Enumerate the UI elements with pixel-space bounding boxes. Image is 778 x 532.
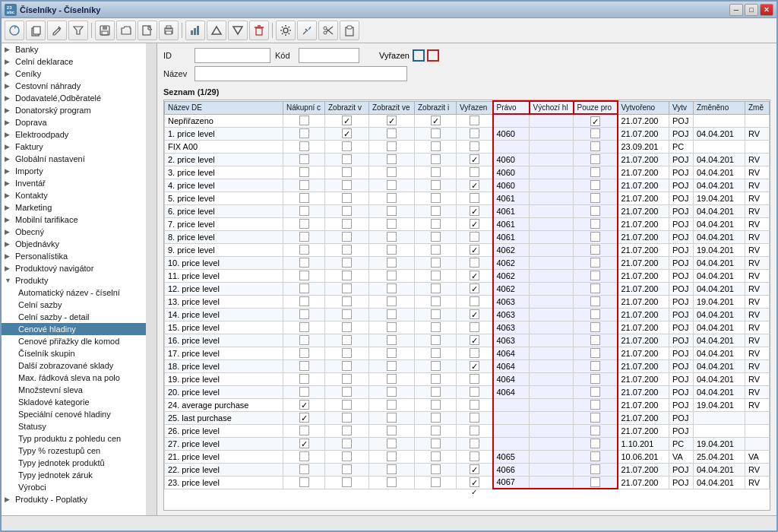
sidebar-item-16[interactable]: ▶Objednávky	[2, 238, 146, 250]
table-row[interactable]: 26. price level21.07.200POJ	[165, 424, 770, 437]
checkbox[interactable]	[431, 400, 441, 410]
checkbox[interactable]: ✓	[342, 116, 352, 125]
id-input[interactable]	[194, 48, 270, 63]
checkbox[interactable]: ✓	[342, 128, 352, 138]
toolbar-down-btn[interactable]	[228, 21, 248, 40]
checkbox[interactable]	[342, 296, 352, 306]
checkbox[interactable]	[590, 387, 600, 397]
checkbox[interactable]: ✓	[431, 116, 441, 125]
checkbox[interactable]	[342, 374, 352, 384]
checkbox[interactable]	[590, 296, 600, 306]
sidebar-item-4[interactable]: ▶Dodavatelé,Odběratelé	[2, 92, 146, 104]
checkbox[interactable]	[431, 348, 441, 358]
table-row[interactable]: 21. price level406510.06.201VA25.04.201V…	[165, 450, 770, 463]
toolbar-filter-btn[interactable]	[68, 21, 88, 40]
checkbox[interactable]	[590, 464, 600, 474]
checkbox[interactable]	[590, 167, 600, 177]
checkbox[interactable]	[299, 451, 309, 461]
table-row[interactable]: 11. price level✓406221.07.200POJ04.04.20…	[165, 269, 770, 282]
checkbox[interactable]: ✓	[470, 206, 479, 216]
sidebar-item-32[interactable]: Typ produktu z pohledu cen	[2, 432, 146, 445]
table-row[interactable]: FIX A0023.09.201PC	[165, 140, 770, 153]
checkbox[interactable]: ✓	[470, 464, 479, 474]
minimize-button[interactable]: ─	[729, 4, 743, 16]
checkbox[interactable]	[431, 439, 441, 448]
checkbox[interactable]	[470, 348, 479, 358]
checkbox[interactable]: ✓	[470, 477, 479, 487]
checkbox[interactable]	[590, 439, 600, 448]
checkbox[interactable]	[342, 219, 352, 229]
checkbox[interactable]	[299, 128, 309, 138]
toolbar-scissors-btn[interactable]	[318, 21, 338, 40]
table-row[interactable]: Nepřiřazeno✓✓✓✓21.07.200POJ	[165, 114, 770, 127]
checkbox[interactable]	[342, 309, 352, 319]
table-row[interactable]: 2. price level✓406021.07.200POJ04.04.201…	[165, 153, 770, 166]
table-row[interactable]: 14. price level✓406321.07.200POJ04.04.20…	[165, 308, 770, 321]
checkbox[interactable]	[387, 180, 397, 190]
checkbox[interactable]	[387, 128, 397, 138]
sidebar-item-9[interactable]: ▶Globální nastavení	[2, 153, 146, 165]
toolbar-link-btn[interactable]	[297, 21, 317, 40]
sidebar-item-22[interactable]: Celní sazby - detail	[2, 311, 146, 323]
toolbar-open-btn[interactable]	[116, 21, 136, 40]
checkbox[interactable]	[299, 361, 309, 371]
sidebar-item-6[interactable]: ▶Doprava	[2, 116, 146, 128]
toolbar-save-btn[interactable]	[95, 21, 115, 40]
checkbox[interactable]	[299, 154, 309, 164]
checkbox[interactable]	[590, 400, 600, 410]
checkbox[interactable]	[342, 361, 352, 371]
toolbar-refresh-btn[interactable]	[5, 21, 24, 40]
sidebar-item-28[interactable]: Množstevní sleva	[2, 384, 146, 396]
checkbox[interactable]	[431, 296, 441, 306]
sidebar-item-19[interactable]: ▼Produkty	[2, 274, 146, 287]
sidebar-item-24[interactable]: Cenové přiřažky dle komod	[2, 335, 146, 347]
checkbox[interactable]	[590, 413, 600, 423]
checkbox[interactable]	[470, 193, 479, 203]
checkbox[interactable]	[470, 128, 479, 138]
checkbox[interactable]	[342, 335, 352, 345]
sidebar-item-12[interactable]: ▶Kontakty	[2, 189, 146, 201]
checkbox[interactable]	[299, 232, 309, 242]
checkbox[interactable]	[299, 271, 309, 280]
sidebar-item-33[interactable]: Typy % rozestupů cen	[2, 445, 146, 457]
checkbox[interactable]	[431, 322, 441, 332]
checkbox[interactable]	[431, 232, 441, 242]
table-row[interactable]: 13. price level406321.07.200POJ19.04.201…	[165, 295, 770, 308]
sidebar-item-17[interactable]: ▶Personalístika	[2, 250, 146, 262]
checkbox[interactable]	[299, 193, 309, 203]
toolbar-copy-btn[interactable]	[26, 21, 46, 40]
checkbox[interactable]	[299, 309, 309, 319]
sidebar-item-23[interactable]: Cenové hladiny	[2, 323, 146, 335]
table-row[interactable]: 1. price level✓406021.07.200POJ04.04.201…	[165, 127, 770, 140]
checkbox[interactable]	[299, 180, 309, 190]
checkbox[interactable]	[387, 258, 397, 268]
table-row[interactable]: 17. price level406421.07.200POJ04.04.201…	[165, 347, 770, 359]
checkbox[interactable]	[387, 193, 397, 203]
toolbar-delete-btn[interactable]	[249, 21, 269, 40]
checkbox[interactable]	[342, 245, 352, 255]
checkbox[interactable]	[470, 426, 479, 435]
checkbox[interactable]	[431, 335, 441, 345]
checkbox[interactable]	[387, 348, 397, 358]
checkbox[interactable]	[387, 141, 397, 151]
checkbox[interactable]	[387, 374, 397, 384]
sidebar-item-21[interactable]: Celní sazby	[2, 299, 146, 311]
table-container[interactable]: Název DE Nákupní c Zobrazit v Zobrazit v…	[163, 100, 770, 511]
checkbox[interactable]	[590, 361, 600, 371]
sidebar-item-20[interactable]: Automatický název - číselní	[2, 287, 146, 299]
checkbox[interactable]: ✓	[470, 361, 479, 371]
checkbox[interactable]: ✓	[470, 335, 479, 345]
checkbox[interactable]	[387, 477, 397, 487]
checkbox[interactable]	[590, 335, 600, 345]
vyr-box-blue[interactable]	[413, 49, 425, 62]
sidebar-item-30[interactable]: Speciální cenové hladiny	[2, 408, 146, 420]
checkbox[interactable]	[590, 426, 600, 435]
checkbox[interactable]	[299, 258, 309, 268]
checkbox[interactable]	[342, 232, 352, 242]
checkbox[interactable]	[387, 464, 397, 474]
checkbox[interactable]	[342, 258, 352, 268]
checkbox[interactable]	[342, 180, 352, 190]
checkbox[interactable]	[342, 426, 352, 435]
checkbox[interactable]	[431, 167, 441, 177]
sidebar-item-35[interactable]: Typy jednotek záruk	[2, 469, 146, 481]
